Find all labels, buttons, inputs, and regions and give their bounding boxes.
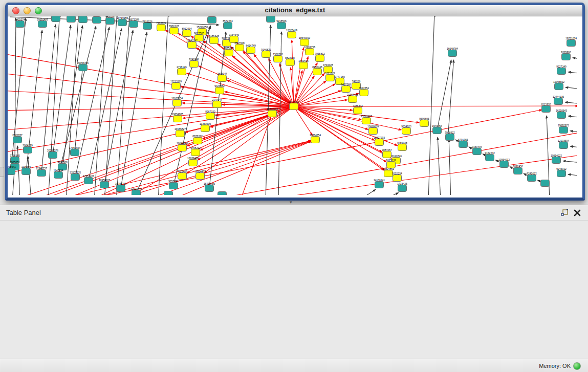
graph-node-teal[interactable] <box>13 137 22 143</box>
graph-node-teal[interactable] <box>67 16 76 23</box>
graph-node-yellow[interactable] <box>235 45 244 51</box>
graph-node-yellow[interactable] <box>262 51 271 58</box>
graph-node-teal[interactable] <box>500 161 509 168</box>
edge[interactable] <box>568 116 577 118</box>
panel-splitter-handle[interactable]: ▾ <box>290 200 292 205</box>
graph-node-teal[interactable] <box>459 141 468 148</box>
edge[interactable] <box>136 26 211 193</box>
edge[interactable] <box>563 161 577 163</box>
graph-node-yellow[interactable] <box>402 128 411 135</box>
graph-node-yellow[interactable] <box>173 116 182 122</box>
graph-node-yellow[interactable] <box>215 87 224 94</box>
graph-node-teal[interactable] <box>375 182 384 188</box>
edge[interactable] <box>438 137 441 195</box>
graph-node-teal[interactable] <box>224 23 232 29</box>
graph-node-yellow[interactable] <box>178 173 187 180</box>
graph-node-yellow[interactable] <box>369 128 378 135</box>
graph-node-teal[interactable] <box>528 175 536 182</box>
edge[interactable] <box>66 16 79 195</box>
edge[interactable] <box>89 29 122 181</box>
graph-node-yellow[interactable] <box>172 83 181 90</box>
graph-node-teal[interactable] <box>205 185 214 192</box>
graph-node-teal[interactable] <box>555 83 563 90</box>
edge[interactable] <box>449 139 451 195</box>
window-titlebar[interactable]: citations_edges.txt <box>8 5 582 16</box>
graph-node-yellow[interactable] <box>206 113 215 120</box>
graph-node-teal[interactable] <box>38 21 47 28</box>
graph-node-teal[interactable] <box>100 182 109 188</box>
graph-node-teal[interactable] <box>49 152 57 159</box>
edge[interactable] <box>428 16 434 195</box>
graph-node-teal[interactable] <box>208 17 216 24</box>
edge[interactable] <box>8 106 294 154</box>
graph-node-teal[interactable] <box>37 170 46 177</box>
edge[interactable] <box>570 146 577 148</box>
graph-node-yellow[interactable] <box>288 32 296 38</box>
graph-node-teal[interactable] <box>557 112 566 119</box>
graph-node-yellow[interactable] <box>326 75 335 81</box>
network-canvas-svg[interactable]: 1872400718300295193845547463822896012889… <box>8 16 577 195</box>
graph-node-yellow[interactable] <box>210 37 219 44</box>
graph-node-teal[interactable] <box>433 127 442 134</box>
graph-node-teal[interactable] <box>84 178 93 184</box>
close-panel-icon[interactable] <box>573 208 582 217</box>
graph-node-yellow[interactable] <box>225 50 233 56</box>
graph-node-yellow[interactable] <box>157 25 166 31</box>
graph-node-teal[interactable] <box>218 192 227 195</box>
graph-node-teal[interactable] <box>93 17 101 24</box>
graph-node-teal[interactable] <box>118 19 127 26</box>
graph-node-teal[interactable] <box>277 23 286 29</box>
graph-node-yellow[interactable] <box>178 145 187 151</box>
edge[interactable] <box>15 18 16 167</box>
graph-node-teal[interactable] <box>169 183 178 189</box>
graph-node-teal[interactable] <box>106 18 115 25</box>
edge[interactable] <box>28 156 31 195</box>
graph-node-yellow[interactable] <box>196 173 205 180</box>
graph-node-teal[interactable] <box>562 54 571 60</box>
graph-node-yellow[interactable] <box>183 30 191 37</box>
graph-node-teal[interactable] <box>132 190 141 195</box>
graph-node-yellow[interactable] <box>170 28 179 34</box>
edge[interactable] <box>104 16 117 195</box>
graph-node-yellow[interactable] <box>201 125 210 132</box>
edge[interactable] <box>8 106 294 130</box>
graph-node-teal[interactable] <box>552 157 561 164</box>
graph-node-yellow[interactable] <box>190 61 199 68</box>
edge[interactable] <box>8 90 294 106</box>
graph-node-yellow[interactable] <box>354 107 362 114</box>
graph-node-yellow[interactable] <box>360 90 368 96</box>
graph-node-teal[interactable] <box>541 180 550 187</box>
graph-node-teal[interactable] <box>164 191 173 195</box>
graph-node-yellow[interactable] <box>188 42 197 49</box>
memory-status-icon[interactable] <box>573 362 581 370</box>
graph-node-yellow[interactable] <box>306 49 314 55</box>
graph-node-yellow[interactable] <box>375 139 384 146</box>
graph-node-yellow[interactable] <box>189 160 198 166</box>
graph-node-yellow[interactable] <box>420 120 429 127</box>
graph-node-yellow[interactable] <box>193 138 202 144</box>
graph-node-teal[interactable] <box>267 16 275 23</box>
graph-node-yellow[interactable] <box>393 175 402 182</box>
graph-node-teal[interactable] <box>557 68 566 75</box>
edge[interactable] <box>294 106 313 136</box>
graph-node-yellow[interactable] <box>316 55 324 62</box>
graph-node-yellow[interactable] <box>173 100 182 106</box>
graph-node-teal[interactable] <box>448 50 457 57</box>
edge[interactable] <box>53 25 71 155</box>
graph-node-teal[interactable] <box>129 21 138 28</box>
graph-node-yellow[interactable] <box>191 149 200 156</box>
edge[interactable] <box>565 102 577 104</box>
graph-node-teal[interactable] <box>514 168 522 174</box>
edge[interactable] <box>573 58 577 60</box>
edge[interactable] <box>568 72 577 74</box>
graph-node-teal[interactable] <box>559 142 568 149</box>
graph-node-yellow[interactable] <box>299 62 308 69</box>
edge[interactable] <box>62 26 82 167</box>
graph-node-yellow[interactable] <box>313 69 322 75</box>
graph-node-yellow[interactable] <box>384 170 393 177</box>
graph-node-yellow[interactable] <box>274 56 282 62</box>
graph-node-yellow[interactable] <box>362 118 371 124</box>
graph-node-yellow[interactable] <box>300 39 309 46</box>
graph-node-teal[interactable] <box>24 147 32 154</box>
edge[interactable] <box>158 16 168 195</box>
